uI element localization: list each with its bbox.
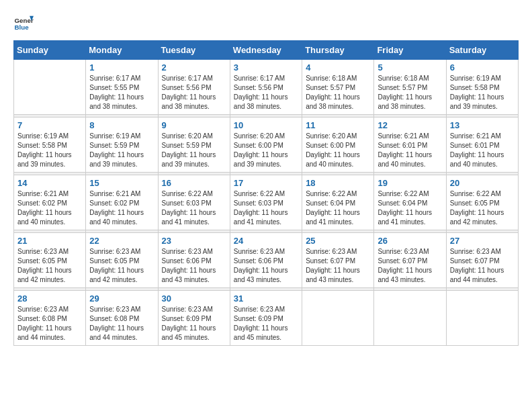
day-number: 29 <box>89 293 154 304</box>
calendar-cell: 22Sunrise: 6:23 AMSunset: 6:05 PMDayligh… <box>86 233 158 288</box>
day-info: Sunrise: 6:21 AMSunset: 6:01 PMDaylight:… <box>378 132 442 169</box>
day-info: Sunrise: 6:22 AMSunset: 6:05 PMDaylight:… <box>450 189 515 227</box>
weekday-header-thursday: Thursday <box>302 41 374 60</box>
day-number: 8 <box>89 120 154 130</box>
calendar-cell: 20Sunrise: 6:22 AMSunset: 6:05 PMDayligh… <box>446 175 518 230</box>
weekday-header-sunday: Sunday <box>14 41 86 60</box>
day-info: Sunrise: 6:17 AMSunset: 5:56 PMDaylight:… <box>234 74 298 111</box>
day-number: 27 <box>450 236 515 246</box>
day-info: Sunrise: 6:23 AMSunset: 6:05 PMDaylight:… <box>89 247 154 285</box>
weekday-header-monday: Monday <box>86 41 158 60</box>
week-row-3: 14Sunrise: 6:21 AMSunset: 6:02 PMDayligh… <box>14 175 519 230</box>
page-header: General Blue <box>13 13 519 34</box>
day-number: 11 <box>306 120 370 130</box>
day-info: Sunrise: 6:18 AMSunset: 5:57 PMDaylight:… <box>378 74 442 111</box>
day-number: 23 <box>162 236 226 246</box>
day-number: 26 <box>378 236 442 246</box>
day-info: Sunrise: 6:21 AMSunset: 6:01 PMDaylight:… <box>450 132 515 169</box>
logo: General Blue <box>13 13 34 34</box>
calendar-cell: 4Sunrise: 6:18 AMSunset: 5:57 PMDaylight… <box>302 60 374 115</box>
day-info: Sunrise: 6:23 AMSunset: 6:07 PMDaylight:… <box>378 247 442 285</box>
weekday-header-tuesday: Tuesday <box>158 41 230 60</box>
day-number: 13 <box>450 120 515 130</box>
day-number: 15 <box>89 178 154 188</box>
day-number: 22 <box>89 236 154 246</box>
day-info: Sunrise: 6:21 AMSunset: 6:02 PMDaylight:… <box>89 189 154 227</box>
calendar-cell: 11Sunrise: 6:20 AMSunset: 6:00 PMDayligh… <box>302 118 374 173</box>
day-number: 6 <box>450 62 515 73</box>
day-info: Sunrise: 6:19 AMSunset: 5:58 PMDaylight:… <box>450 74 515 111</box>
calendar-cell: 6Sunrise: 6:19 AMSunset: 5:58 PMDaylight… <box>446 60 518 115</box>
day-number: 28 <box>17 293 82 304</box>
week-row-2: 7Sunrise: 6:19 AMSunset: 5:58 PMDaylight… <box>14 118 519 173</box>
calendar-cell: 18Sunrise: 6:22 AMSunset: 6:04 PMDayligh… <box>302 175 374 230</box>
calendar-cell <box>14 60 86 115</box>
day-number: 21 <box>17 236 82 246</box>
calendar-cell: 16Sunrise: 6:22 AMSunset: 6:03 PMDayligh… <box>158 175 230 230</box>
calendar-cell: 24Sunrise: 6:23 AMSunset: 6:06 PMDayligh… <box>230 233 302 288</box>
day-number: 17 <box>234 178 298 188</box>
calendar-cell: 29Sunrise: 6:23 AMSunset: 6:08 PMDayligh… <box>86 291 158 346</box>
day-number: 1 <box>89 62 154 73</box>
day-number: 30 <box>162 293 226 304</box>
calendar-cell: 15Sunrise: 6:21 AMSunset: 6:02 PMDayligh… <box>86 175 158 230</box>
day-info: Sunrise: 6:23 AMSunset: 6:06 PMDaylight:… <box>162 247 226 285</box>
day-number: 3 <box>234 62 298 73</box>
day-info: Sunrise: 6:18 AMSunset: 5:57 PMDaylight:… <box>306 74 370 111</box>
calendar-cell <box>446 291 518 346</box>
day-number: 4 <box>306 62 370 73</box>
day-number: 19 <box>378 178 442 188</box>
calendar-cell: 10Sunrise: 6:20 AMSunset: 6:00 PMDayligh… <box>230 118 302 173</box>
day-info: Sunrise: 6:23 AMSunset: 6:07 PMDaylight:… <box>306 247 370 285</box>
day-info: Sunrise: 6:23 AMSunset: 6:08 PMDaylight:… <box>17 305 82 342</box>
day-info: Sunrise: 6:20 AMSunset: 6:00 PMDaylight:… <box>306 132 370 169</box>
day-info: Sunrise: 6:22 AMSunset: 6:04 PMDaylight:… <box>378 189 442 227</box>
calendar-cell: 31Sunrise: 6:23 AMSunset: 6:09 PMDayligh… <box>230 291 302 346</box>
week-row-4: 21Sunrise: 6:23 AMSunset: 6:05 PMDayligh… <box>14 233 519 288</box>
calendar-cell: 19Sunrise: 6:22 AMSunset: 6:04 PMDayligh… <box>374 175 446 230</box>
week-row-5: 28Sunrise: 6:23 AMSunset: 6:08 PMDayligh… <box>14 291 519 346</box>
calendar-cell <box>302 291 374 346</box>
weekday-header-wednesday: Wednesday <box>230 41 302 60</box>
calendar-cell: 23Sunrise: 6:23 AMSunset: 6:06 PMDayligh… <box>158 233 230 288</box>
calendar-cell: 28Sunrise: 6:23 AMSunset: 6:08 PMDayligh… <box>14 291 86 346</box>
day-number: 31 <box>234 293 298 304</box>
day-info: Sunrise: 6:22 AMSunset: 6:03 PMDaylight:… <box>162 189 226 227</box>
day-info: Sunrise: 6:23 AMSunset: 6:09 PMDaylight:… <box>162 305 226 342</box>
calendar-cell: 27Sunrise: 6:23 AMSunset: 6:07 PMDayligh… <box>446 233 518 288</box>
day-info: Sunrise: 6:23 AMSunset: 6:09 PMDaylight:… <box>234 305 298 342</box>
weekday-header-row: SundayMondayTuesdayWednesdayThursdayFrid… <box>14 41 519 60</box>
calendar-cell: 21Sunrise: 6:23 AMSunset: 6:05 PMDayligh… <box>14 233 86 288</box>
day-number: 20 <box>450 178 515 188</box>
day-info: Sunrise: 6:23 AMSunset: 6:07 PMDaylight:… <box>450 247 515 285</box>
day-info: Sunrise: 6:17 AMSunset: 5:56 PMDaylight:… <box>162 74 226 111</box>
calendar-table: SundayMondayTuesdayWednesdayThursdayFrid… <box>13 40 519 346</box>
day-info: Sunrise: 6:21 AMSunset: 6:02 PMDaylight:… <box>17 189 82 227</box>
day-number: 14 <box>17 178 82 188</box>
calendar-cell: 13Sunrise: 6:21 AMSunset: 6:01 PMDayligh… <box>446 118 518 173</box>
day-number: 25 <box>306 236 370 246</box>
day-info: Sunrise: 6:19 AMSunset: 5:58 PMDaylight:… <box>17 132 82 169</box>
day-number: 16 <box>162 178 226 188</box>
calendar-cell: 30Sunrise: 6:23 AMSunset: 6:09 PMDayligh… <box>158 291 230 346</box>
calendar-cell: 14Sunrise: 6:21 AMSunset: 6:02 PMDayligh… <box>14 175 86 230</box>
calendar-cell: 5Sunrise: 6:18 AMSunset: 5:57 PMDaylight… <box>374 60 446 115</box>
day-info: Sunrise: 6:23 AMSunset: 6:08 PMDaylight:… <box>89 305 154 342</box>
day-number: 7 <box>17 120 82 130</box>
weekday-header-saturday: Saturday <box>446 41 518 60</box>
calendar-cell: 26Sunrise: 6:23 AMSunset: 6:07 PMDayligh… <box>374 233 446 288</box>
calendar-cell: 25Sunrise: 6:23 AMSunset: 6:07 PMDayligh… <box>302 233 374 288</box>
calendar-cell: 2Sunrise: 6:17 AMSunset: 5:56 PMDaylight… <box>158 60 230 115</box>
calendar-cell: 12Sunrise: 6:21 AMSunset: 6:01 PMDayligh… <box>374 118 446 173</box>
calendar-cell: 7Sunrise: 6:19 AMSunset: 5:58 PMDaylight… <box>14 118 86 173</box>
weekday-header-friday: Friday <box>374 41 446 60</box>
day-info: Sunrise: 6:19 AMSunset: 5:59 PMDaylight:… <box>89 132 154 169</box>
week-row-1: 1Sunrise: 6:17 AMSunset: 5:55 PMDaylight… <box>14 60 519 115</box>
calendar-cell <box>374 291 446 346</box>
day-info: Sunrise: 6:23 AMSunset: 6:06 PMDaylight:… <box>234 247 298 285</box>
calendar-cell: 8Sunrise: 6:19 AMSunset: 5:59 PMDaylight… <box>86 118 158 173</box>
logo-icon: General Blue <box>13 13 34 34</box>
day-number: 12 <box>378 120 442 130</box>
calendar-cell: 1Sunrise: 6:17 AMSunset: 5:55 PMDaylight… <box>86 60 158 115</box>
calendar-cell: 17Sunrise: 6:22 AMSunset: 6:03 PMDayligh… <box>230 175 302 230</box>
